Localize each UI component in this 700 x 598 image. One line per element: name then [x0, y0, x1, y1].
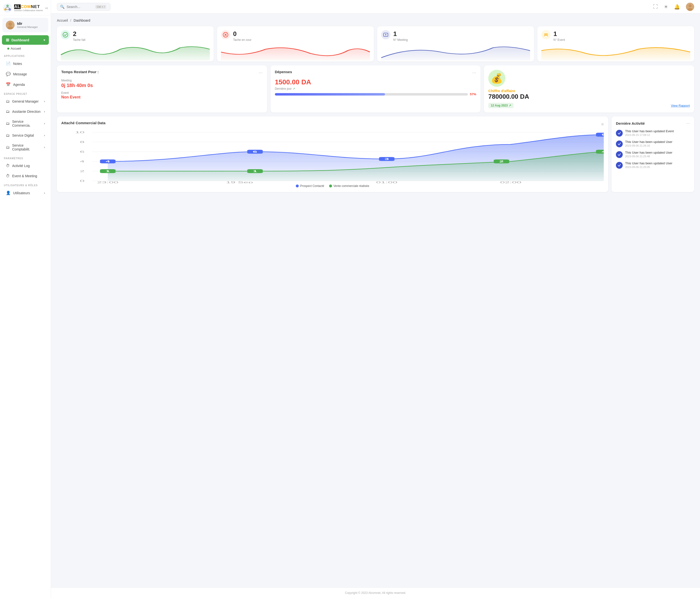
svg-text:8: 8	[80, 141, 84, 144]
activity-time-0: 2023-09-15 17:08:12	[625, 133, 674, 136]
utilisateurs-label: Utilisateurs	[13, 191, 30, 195]
sidebar-item-notes[interactable]: 📄 Notes	[2, 59, 49, 68]
progress-bar-fill	[275, 93, 385, 96]
svg-text:23:00: 23:00	[97, 181, 118, 183]
service-digital-label: Service Digital	[12, 133, 34, 138]
meeting-timer-value: 0j 18h 40m 0s	[61, 83, 263, 88]
svg-text:10: 10	[75, 131, 84, 134]
search-wrap: 🔍 Ctrl + /	[57, 3, 110, 11]
svg-text:4: 4	[105, 160, 110, 163]
general-manager-arrow-icon: ›	[44, 100, 45, 103]
sidebar-item-service-commercial[interactable]: 🗂 Service Commercia. ›	[2, 117, 49, 130]
stat-card-event: 1 N° Event	[538, 26, 694, 61]
sidebar-item-message[interactable]: 💬 Message	[2, 69, 49, 79]
agenda-icon: 📅	[6, 82, 11, 87]
breadcrumb-home[interactable]: Accueil	[57, 19, 68, 22]
message-label: Message	[13, 72, 27, 76]
sidebar-item-activite-log[interactable]: ⏱ Activité Log	[2, 161, 49, 170]
svg-text:02:00: 02:00	[500, 181, 521, 183]
activity-text-1: This User has been updated User	[625, 140, 672, 144]
footer: Copyright © 2023 Alcomnet, All rights re…	[51, 588, 700, 598]
assistante-icon: 🗂	[6, 109, 10, 114]
activity-text-3: This User has been updated User	[625, 161, 672, 165]
chart-title: Attaché Commercial Data	[61, 121, 105, 125]
tache-fait-chart	[61, 44, 210, 61]
svg-point-19	[545, 33, 546, 35]
event-num: 1	[553, 30, 565, 38]
parametres-section: PARAMÈTRES	[0, 154, 51, 161]
svg-text:3: 3	[384, 158, 389, 160]
sidebar-item-utilisateurs[interactable]: 👤 Utilisateurs ›	[2, 188, 49, 198]
activite-log-label: Activité Log	[12, 164, 30, 168]
ca-date-icon: ↗	[509, 104, 511, 107]
svg-text:01:00: 01:00	[376, 181, 397, 183]
svg-text:6: 6	[80, 150, 84, 153]
service-commercial-label: Service Commercia.	[12, 120, 42, 127]
depenses-menu[interactable]: ···	[472, 70, 476, 75]
chart-menu-icon[interactable]: ≡	[601, 122, 604, 127]
svg-marker-18	[385, 34, 387, 35]
progress-pct: 57%	[470, 92, 476, 96]
trend-up-icon: ↗	[293, 87, 295, 91]
breadcrumb-current: Dashboard	[74, 19, 91, 22]
activity-check-1	[616, 141, 623, 147]
sidebar-item-agenda[interactable]: 📅 Agenda	[2, 80, 49, 89]
service-comptabilite-icon: 🗂	[6, 145, 10, 149]
svg-point-20	[546, 33, 548, 35]
sidebar-item-assistante[interactable]: 🗂 Assitante Direction ›	[2, 107, 49, 116]
tache-fait-icon	[61, 30, 70, 40]
event-icon	[541, 30, 551, 40]
stat-card-tache-fait: 2 Tache fait	[57, 26, 214, 61]
activity-menu-icon[interactable]: ···	[686, 121, 690, 126]
stat-cards-row: 2 Tache fait	[57, 26, 694, 61]
activity-title: Dernière Activité	[616, 121, 645, 125]
breadcrumb: Accueil / Dashboard	[57, 19, 694, 22]
collapse-icon[interactable]: ‹‹	[45, 6, 48, 10]
chiffre-affaire-card: 💰 Chiffre d'affaire 780000.00 DA 12 Aug …	[484, 66, 694, 113]
legend-prospect: Prospect Contacté	[300, 184, 324, 188]
notification-icon[interactable]: 🔔	[674, 4, 680, 10]
stat-card-tache-encour: 0 Tache en cour	[217, 26, 374, 61]
depenses-card: Dépenses ··· 1500.00 DA Dernière jour ↗ …	[271, 66, 481, 113]
theme-icon[interactable]: ☀	[664, 4, 668, 10]
search-shortcut: Ctrl + /	[95, 5, 106, 9]
svg-text:2: 2	[80, 170, 84, 173]
sidebar-item-event-meeting[interactable]: ⏱ Event & Meeting	[2, 171, 49, 181]
tache-fait-label: Tache fait	[73, 38, 85, 42]
svg-text:0: 0	[80, 179, 84, 182]
activity-text-0: This User has been updated Event	[625, 129, 674, 133]
main-content: 🔍 Ctrl + / ⛶ ☀ 🔔 Accueil / Dashboard	[51, 0, 700, 598]
view-rapport-link[interactable]: View Rapport	[671, 104, 690, 107]
activity-item-3: This User has been updated User 2023-09-…	[616, 161, 690, 169]
assistante-label: Assitante Direction	[12, 109, 41, 114]
sidebar-item-service-comptabilite[interactable]: 🗂 Service Comptabilit. ›	[2, 141, 49, 154]
sidebar-item-accueil[interactable]: Accueil	[0, 45, 51, 52]
sidebar-item-service-digital[interactable]: 🗂 Service Digital ›	[2, 131, 49, 140]
notes-label: Notes	[13, 62, 22, 66]
fullscreen-icon[interactable]: ⛶	[653, 4, 658, 9]
activity-item-1: This User has been updated User 2023-09-…	[616, 140, 690, 147]
sidebar-logo: ALCOMNET Solution Collaborative Interne …	[0, 0, 51, 15]
temps-restant-title: Temps Restant Pour :	[61, 70, 99, 74]
sidebar-item-general-manager[interactable]: 🗂 General Manager ›	[2, 97, 49, 106]
dashboard-arrow-icon: ▾	[44, 39, 45, 42]
event-timer-value: Non Event	[61, 95, 263, 99]
sidebar-item-dashboard[interactable]: ⊞ Dashboard ▾	[2, 35, 49, 45]
depenses-progress: 57%	[275, 92, 476, 96]
stat-card-meeting: 1 N° Meeting	[377, 26, 534, 61]
event-chart	[541, 44, 690, 61]
footer-text: Copyright © 2023 Alcomnet, All rights re…	[345, 591, 406, 595]
search-input[interactable]	[67, 5, 93, 9]
search-icon: 🔍	[60, 5, 65, 9]
svg-text:9: 9	[602, 133, 604, 136]
temps-restant-menu[interactable]: ···	[258, 70, 263, 75]
header-avatar[interactable]	[686, 3, 694, 11]
logo-icon	[3, 3, 12, 13]
tache-fait-num: 2	[73, 30, 85, 38]
header: 🔍 Ctrl + / ⛶ ☀ 🔔	[51, 0, 700, 14]
svg-text:4: 4	[602, 150, 604, 153]
tache-encour-icon	[221, 30, 230, 40]
activity-time-3: 2023-09-06 21:25:05	[625, 166, 672, 169]
ca-label: Chiffre d'affaire	[488, 89, 515, 93]
meeting-num: 1	[393, 30, 408, 38]
